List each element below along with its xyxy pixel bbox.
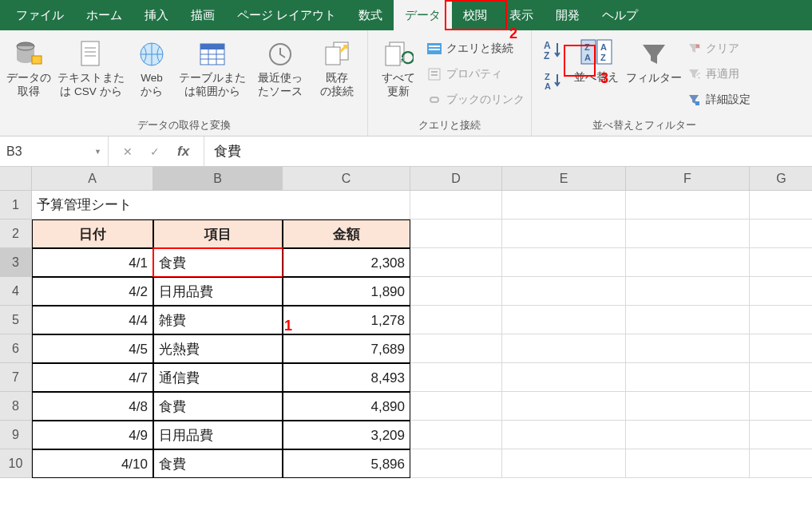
- tab-home[interactable]: ホーム: [75, 0, 133, 30]
- cell-B6[interactable]: 光熱費: [153, 334, 283, 363]
- cell-A10[interactable]: 4/10: [32, 449, 153, 478]
- tab-help[interactable]: ヘルプ: [591, 0, 649, 30]
- queries-connections-button[interactable]: クエリと接続: [427, 38, 525, 59]
- cell-E5[interactable]: [502, 306, 626, 334]
- cell-D10[interactable]: [410, 449, 502, 478]
- cell-A3[interactable]: 4/1: [32, 248, 153, 277]
- cell-F8[interactable]: [626, 392, 750, 421]
- cell-D6[interactable]: [410, 334, 502, 363]
- cell-E8[interactable]: [502, 392, 626, 421]
- from-web-button[interactable]: Web から: [131, 35, 172, 99]
- cell-E1[interactable]: [502, 191, 626, 219]
- cell-C2[interactable]: 金額: [283, 219, 410, 248]
- spreadsheet-grid[interactable]: A B C D E F G 1 予算管理シート 2 日付 項目 金額 3 4/1…: [0, 167, 812, 478]
- cell-A8[interactable]: 4/8: [32, 392, 153, 421]
- formula-input[interactable]: 食費: [204, 142, 812, 160]
- cell-F6[interactable]: [626, 334, 750, 363]
- row-header-4[interactable]: 4: [0, 277, 32, 306]
- col-header-A[interactable]: A: [32, 167, 153, 191]
- cell-G10[interactable]: [750, 449, 812, 478]
- cell-E4[interactable]: [502, 277, 626, 306]
- sort-button[interactable]: ZAAZ: [572, 35, 621, 67]
- tab-file[interactable]: ファイル: [5, 0, 75, 30]
- cell-A5[interactable]: 4/4: [32, 306, 153, 334]
- sort-asc-button[interactable]: AZ: [538, 35, 568, 65]
- cell-C8[interactable]: 4,890: [283, 392, 410, 421]
- col-header-C[interactable]: C: [283, 167, 410, 191]
- tab-review[interactable]: 校閲: [452, 0, 498, 30]
- cell-A9[interactable]: 4/9: [32, 421, 153, 449]
- tab-view[interactable]: 表示: [498, 0, 545, 30]
- col-header-B[interactable]: B: [153, 167, 283, 191]
- cell-F10[interactable]: [626, 449, 750, 478]
- tab-page-layout[interactable]: ページ レイアウト: [226, 0, 347, 30]
- col-header-F[interactable]: F: [626, 167, 750, 191]
- cell-D4[interactable]: [410, 277, 502, 306]
- refresh-all-button[interactable]: すべて 更新: [374, 35, 422, 99]
- existing-conn-button[interactable]: 既存 の接続: [313, 35, 361, 99]
- cell-F9[interactable]: [626, 421, 750, 449]
- col-header-D[interactable]: D: [410, 167, 502, 191]
- cell-F2[interactable]: [626, 219, 750, 248]
- row-header-2[interactable]: 2: [0, 219, 32, 248]
- cell-B4[interactable]: 日用品費: [153, 277, 283, 306]
- cell-D9[interactable]: [410, 421, 502, 449]
- cell-B8[interactable]: 食費: [153, 392, 283, 421]
- get-data-button[interactable]: データの 取得: [6, 35, 51, 99]
- cell-A1[interactable]: 予算管理シート: [32, 191, 410, 219]
- select-all-corner[interactable]: [0, 167, 32, 191]
- cell-A4[interactable]: 4/2: [32, 277, 153, 306]
- cell-B10[interactable]: 食費: [153, 449, 283, 478]
- cell-F3[interactable]: [626, 248, 750, 277]
- enter-icon[interactable]: ✓: [150, 145, 160, 158]
- cell-A7[interactable]: 4/7: [32, 363, 153, 392]
- cell-G7[interactable]: [750, 363, 812, 392]
- cell-G4[interactable]: [750, 277, 812, 306]
- cell-D2[interactable]: [410, 219, 502, 248]
- cell-B7[interactable]: 通信費: [153, 363, 283, 392]
- cell-C9[interactable]: 3,209: [283, 421, 410, 449]
- row-header-3[interactable]: 3: [0, 248, 32, 277]
- cell-E3[interactable]: [502, 248, 626, 277]
- col-header-E[interactable]: E: [502, 167, 626, 191]
- cell-F7[interactable]: [626, 363, 750, 392]
- cell-B3[interactable]: 食費: [153, 248, 283, 277]
- from-csv-button[interactable]: テキストまた は CSV から: [56, 35, 126, 99]
- sort-desc-button[interactable]: ZA: [538, 70, 568, 93]
- cell-G3[interactable]: [750, 248, 812, 277]
- advanced-filter-button[interactable]: 詳細設定: [687, 89, 751, 110]
- recent-sources-button[interactable]: 最近使っ たソース: [252, 35, 308, 99]
- cell-E10[interactable]: [502, 449, 626, 478]
- row-header-1[interactable]: 1: [0, 191, 32, 219]
- cell-D3[interactable]: [410, 248, 502, 277]
- row-header-8[interactable]: 8: [0, 392, 32, 421]
- row-header-5[interactable]: 5: [0, 306, 32, 334]
- name-box[interactable]: B3 ▼: [0, 136, 109, 166]
- cell-D7[interactable]: [410, 363, 502, 392]
- cell-C10[interactable]: 5,896: [283, 449, 410, 478]
- cell-G6[interactable]: [750, 334, 812, 363]
- cell-E9[interactable]: [502, 421, 626, 449]
- cell-E6[interactable]: [502, 334, 626, 363]
- cell-G5[interactable]: [750, 306, 812, 334]
- cell-B2[interactable]: 項目: [153, 219, 283, 248]
- cell-A6[interactable]: 4/5: [32, 334, 153, 363]
- cell-D1[interactable]: [410, 191, 502, 219]
- cell-F5[interactable]: [626, 306, 750, 334]
- cell-C7[interactable]: 8,493: [283, 363, 410, 392]
- cell-C6[interactable]: 7,689: [283, 334, 410, 363]
- cell-A2[interactable]: 日付: [32, 219, 153, 248]
- cell-F1[interactable]: [626, 191, 750, 219]
- cancel-icon[interactable]: ✕: [123, 145, 133, 158]
- cell-C4[interactable]: 1,890: [283, 277, 410, 306]
- cell-E7[interactable]: [502, 363, 626, 392]
- tab-developer[interactable]: 開発: [545, 0, 591, 30]
- cell-G8[interactable]: [750, 392, 812, 421]
- filter-button[interactable]: フィルター: [626, 35, 682, 85]
- cell-F4[interactable]: [626, 277, 750, 306]
- row-header-6[interactable]: 6: [0, 334, 32, 363]
- from-table-button[interactable]: テーブルまた は範囲から: [177, 35, 248, 99]
- tab-draw[interactable]: 描画: [180, 0, 226, 30]
- cell-C5[interactable]: 1,278: [283, 306, 410, 334]
- tab-data[interactable]: データ: [394, 0, 452, 30]
